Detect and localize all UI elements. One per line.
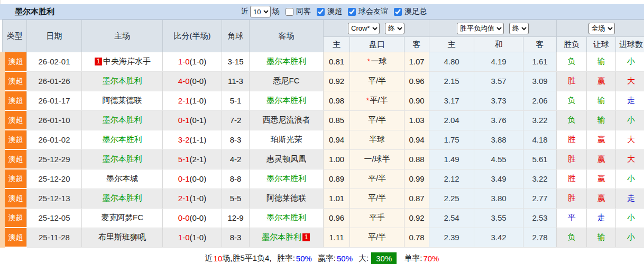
team-name[interactable]: 墨尔本胜利 xyxy=(266,96,306,105)
team-name[interactable]: 惠灵顿凤凰 xyxy=(266,154,306,163)
handicap-cell: 平/半 xyxy=(350,71,404,91)
team-name[interactable]: 墨尔本胜利 xyxy=(266,56,306,65)
sub-header-handicap: 盘口 xyxy=(350,37,404,52)
away-team-cell: 墨尔本胜利 xyxy=(250,52,324,72)
match-row: 澳超26-01-02墨尔本胜利3-2(1-1)8-3珀斯光荣0.94半球0.94… xyxy=(3,130,644,149)
mean-home-cell: 4.80 xyxy=(429,52,474,72)
mean-away-cell: 4.18 xyxy=(523,130,557,149)
match-row: 澳超26-01-26墨尔本胜利4-0(0-0)11-3悉尼FC0.92平/半0.… xyxy=(3,71,644,91)
club-friendly-label: 球会友谊 xyxy=(358,7,388,16)
goals-cell: 走 xyxy=(616,188,644,208)
sub-header-mean-away: 客 xyxy=(523,37,557,52)
handicap-cell: 平/半 xyxy=(350,228,404,247)
team-name[interactable]: 墨尔本胜利 xyxy=(103,193,142,202)
mean-away-cell: 3.09 xyxy=(523,71,557,91)
mean-draw-cell: 3.80 xyxy=(474,188,523,208)
team-name[interactable]: 墨尔本城 xyxy=(106,174,138,183)
mean-draw-cell: 3.88 xyxy=(474,130,523,149)
scope-select[interactable]: 全场 xyxy=(588,23,615,34)
result-cell: 负 xyxy=(557,91,587,110)
result-cell: 胜 xyxy=(557,71,587,91)
mean-draw-cell: 4.55 xyxy=(474,149,523,169)
page-title: 墨尔本胜利 xyxy=(15,7,54,17)
goals-cell: 小 xyxy=(616,52,644,72)
mean-odds-group-header: 胜平负均值 终 xyxy=(429,20,557,37)
team-name[interactable]: 墨尔本胜利 xyxy=(266,213,306,222)
away-team-cell: 悉尼FC xyxy=(250,71,324,91)
home-odds-cell: 0.89 xyxy=(324,169,350,188)
col-header-corner: 角球 xyxy=(222,20,250,52)
goals-cell: 小 xyxy=(616,208,644,228)
team-name[interactable]: 珀斯光荣 xyxy=(271,135,302,144)
team-name[interactable]: 墨尔本胜利 xyxy=(103,76,142,85)
match-row: 澳超25-12-05麦克阿瑟FC0-0(0-0)12-9墨尔本胜利0.96平手0… xyxy=(3,208,644,228)
team-name[interactable]: 阿德莱德联 xyxy=(266,193,306,202)
handicap-text: 平/半 xyxy=(368,174,386,183)
odds-company-select[interactable]: Crow* xyxy=(348,23,380,34)
team-name[interactable]: 墨尔本胜利 xyxy=(103,135,142,144)
goals-cell: 小 xyxy=(616,228,644,247)
mean-home-cell: 2.54 xyxy=(429,208,474,228)
club-friendly-checkbox[interactable] xyxy=(348,8,356,16)
near-label: 近 xyxy=(241,7,249,16)
let-result-cell: 输 xyxy=(587,91,616,110)
mean-home-cell: 1.49 xyxy=(429,149,474,169)
home-team-cell: 阿德莱德联 xyxy=(82,91,163,110)
date-cell: 25-11-28 xyxy=(27,228,82,247)
odds-time-select-1[interactable]: 终 xyxy=(385,23,404,34)
league-a-label: 澳超 xyxy=(327,7,342,16)
half-score: (0-0) xyxy=(190,213,207,222)
home-team-cell: 墨尔本胜利 xyxy=(82,110,163,130)
match-row: 澳超26-01-10墨尔本胜利0-1(0-1)7-2西悉尼流浪者0.85平/半1… xyxy=(3,110,644,130)
matches-label: 场 xyxy=(272,7,280,16)
result-cell: 负 xyxy=(557,110,587,130)
col-header-away: 客场 xyxy=(250,20,324,52)
match-count-select[interactable]: 10 xyxy=(250,6,271,17)
corner-cell: 7-2 xyxy=(222,110,250,130)
league-cell: 澳超 xyxy=(3,110,27,130)
league-cell: 澳超 xyxy=(3,91,27,110)
odds-time-select-2[interactable]: 终 xyxy=(509,23,529,34)
home-odds-cell: 0.92 xyxy=(324,71,350,91)
mean-odds-select[interactable]: 胜平负均值 xyxy=(457,23,504,34)
corner-cell: 8-3 xyxy=(222,130,250,149)
team-name[interactable]: 中央海岸水手 xyxy=(103,56,151,65)
score-cell: 3-2(1-1) xyxy=(163,130,222,149)
half-score: (1-1) xyxy=(190,135,207,144)
full-score: 1-0 xyxy=(178,233,190,242)
half-score: (1-0) xyxy=(190,96,207,105)
team-name[interactable]: 墨尔本胜利 xyxy=(103,115,142,124)
team-name[interactable]: 悉尼FC xyxy=(273,76,300,85)
same-away-checkbox[interactable] xyxy=(286,8,293,16)
score-cell: 0-1(0-0) xyxy=(163,169,222,188)
scope-group-header: 全场 xyxy=(557,20,644,37)
let-result-cell: 赢 xyxy=(587,188,616,208)
half-score: (1-0) xyxy=(190,57,207,66)
home-team-cell: 墨尔本胜利 xyxy=(82,149,163,169)
ffa-cup-checkbox[interactable] xyxy=(394,8,402,16)
let-result-cell: 输 xyxy=(587,52,616,72)
team-name[interactable]: 墨尔本胜利 xyxy=(103,154,142,163)
full-score: 2-1 xyxy=(178,194,190,203)
mean-home-cell: 2.15 xyxy=(429,71,474,91)
corner-cell: 11-3 xyxy=(222,71,250,91)
league-a-checkbox[interactable] xyxy=(317,8,325,16)
team-name[interactable]: 麦克阿瑟FC xyxy=(101,213,143,222)
handicap-cell: 平/半 xyxy=(350,110,404,130)
col-header-home: 主场 xyxy=(82,20,163,52)
home-odds-cell: 1.11 xyxy=(324,228,350,247)
team-name[interactable]: 墨尔本胜利 xyxy=(262,232,301,241)
odds-company-group-header: Crow* 终 xyxy=(324,20,429,37)
mean-away-cell: 3.22 xyxy=(523,110,557,130)
away-odds-cell: 0.90 xyxy=(404,91,429,110)
home-team-cell: 墨尔本城 xyxy=(82,169,163,188)
date-cell: 25-12-29 xyxy=(27,149,82,169)
team-name[interactable]: 墨尔本胜利 xyxy=(266,174,306,183)
team-name[interactable]: 布里斯班狮吼 xyxy=(98,232,146,241)
handicap-text: 平/半 xyxy=(368,76,386,85)
big-rate-badge: 30% xyxy=(371,252,397,264)
handicap-star: * xyxy=(366,96,369,105)
team-name[interactable]: 西悉尼流浪者 xyxy=(263,115,310,124)
team-name[interactable]: 阿德莱德联 xyxy=(103,96,142,105)
home-team-cell: 1中央海岸水手 xyxy=(82,52,163,72)
